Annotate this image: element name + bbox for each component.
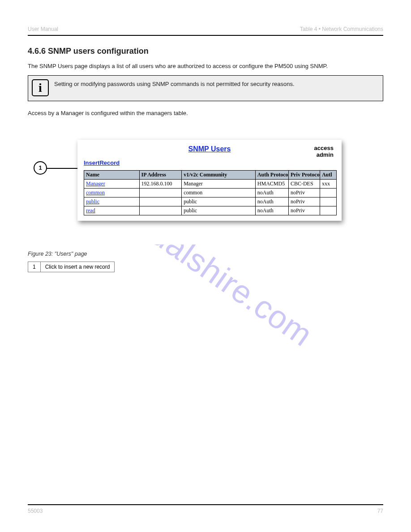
th-priv-proto: Priv Protocol — [288, 170, 320, 179]
cell-priv: noPriv — [288, 188, 320, 197]
th-authkey: Autl — [320, 170, 336, 179]
cell-authk: xxx — [320, 179, 336, 188]
table-row: Manager 192.168.0.100 Manager HMACMD5 CB… — [84, 179, 337, 188]
info-note-box: i Setting or modifying passwords using S… — [28, 75, 383, 101]
user-link-read[interactable]: read — [86, 207, 95, 214]
figure-caption: Figure 23: "Users" page — [28, 251, 383, 257]
header-rule — [28, 35, 383, 36]
access-line1: access — [314, 145, 334, 151]
cell-community: Manager — [182, 179, 256, 188]
th-community: v1/v2c Community — [182, 170, 256, 179]
page-footer: 55003 77 — [28, 504, 383, 514]
header-right: Table 4 • Network Communications — [300, 26, 383, 32]
info-icon: i — [32, 79, 49, 96]
cell-ip — [139, 206, 182, 215]
snmp-users-title-link[interactable]: SNMP Users — [188, 145, 231, 153]
intro-paragraph: The SNMP Users page displays a list of a… — [28, 62, 383, 71]
access-label: access admin — [314, 145, 334, 159]
callout-bubble-1: 1 — [34, 161, 47, 175]
figure-container: 1 SNMP Users access admin InsertRecord N… — [28, 131, 383, 245]
manager-sentence: Access by a Manager is configured within… — [28, 109, 383, 118]
table-row: read public noAuth noPriv — [84, 206, 337, 215]
cell-ip: 192.168.0.100 — [139, 179, 182, 188]
cell-authk — [320, 197, 336, 206]
section-title: 4.6.6 SNMP users configuration — [28, 47, 383, 56]
callout-row: 1 Click to insert a new record — [28, 262, 115, 272]
callouts-legend-table: 1 Click to insert a new record — [28, 262, 115, 272]
cell-priv: noPriv — [288, 206, 320, 215]
snmp-users-screenshot: SNMP Users access admin InsertRecord Nam… — [77, 140, 342, 221]
user-link-common[interactable]: common — [86, 189, 105, 196]
cell-community: public — [182, 197, 256, 206]
cell-auth: noAuth — [255, 197, 288, 206]
table-row: common common noAuth noPriv — [84, 188, 337, 197]
cell-authk — [320, 188, 336, 197]
cell-auth: HMACMD5 — [255, 179, 288, 188]
snmp-users-table: Name IP Address v1/v2c Community Auth Pr… — [84, 170, 337, 215]
cell-community: common — [182, 188, 256, 197]
callout-text: Click to insert a new record — [40, 262, 115, 272]
cell-ip — [139, 197, 182, 206]
header-left: User Manual — [28, 26, 58, 32]
user-link-manager[interactable]: Manager — [86, 180, 105, 187]
cell-auth: noAuth — [255, 188, 288, 197]
info-note-text: Setting or modifying passwords using SNM… — [54, 79, 295, 88]
footer-left: 55003 — [28, 508, 43, 514]
screenshot-header: SNMP Users access admin — [77, 144, 342, 156]
insert-record-link[interactable]: InsertRecord — [84, 159, 120, 166]
footer-right: 77 — [377, 508, 383, 514]
th-auth-proto: Auth Protocol — [255, 170, 288, 179]
footer-rule — [28, 504, 383, 505]
table-row: public public noAuth noPriv — [84, 197, 337, 206]
user-link-public[interactable]: public — [86, 198, 99, 205]
th-ip: IP Address — [139, 170, 182, 179]
table-header-row: Name IP Address v1/v2c Community Auth Pr… — [84, 170, 337, 179]
cell-ip — [139, 188, 182, 197]
cell-priv: CBC-DES — [288, 179, 320, 188]
callout-num: 1 — [28, 262, 41, 272]
th-name: Name — [84, 170, 140, 179]
insert-record-row: InsertRecord — [77, 156, 342, 168]
access-line2: admin — [317, 151, 334, 158]
page-header: User Manual Table 4 • Network Communicat… — [28, 26, 383, 32]
cell-community: public — [182, 206, 256, 215]
cell-authk — [320, 206, 336, 215]
cell-auth: noAuth — [255, 206, 288, 215]
cell-priv: noPriv — [288, 197, 320, 206]
